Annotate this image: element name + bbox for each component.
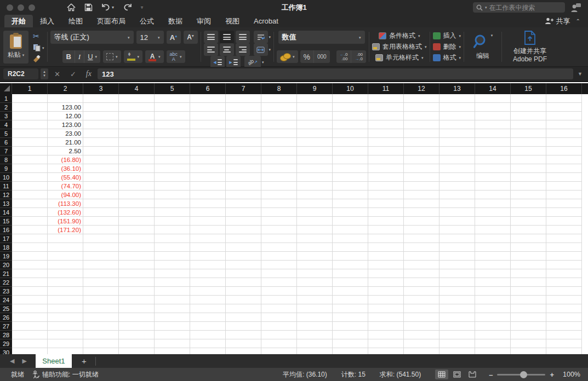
cell-R3C2[interactable]: 12.00 xyxy=(48,112,83,120)
cell-R14C12[interactable] xyxy=(404,208,439,217)
cell-R1C10[interactable] xyxy=(333,94,368,103)
cell-R21C4[interactable] xyxy=(119,269,155,278)
column-header-13[interactable]: 13 xyxy=(439,83,475,94)
cell-R29C16[interactable] xyxy=(546,339,582,348)
cell-R21C13[interactable] xyxy=(439,269,475,278)
cell-R17C7[interactable] xyxy=(226,234,261,243)
cell-R11C13[interactable] xyxy=(439,182,475,190)
paste-button[interactable]: 粘贴 ▾ xyxy=(3,31,28,64)
cell-R16C9[interactable] xyxy=(297,226,333,234)
cell-R30C16[interactable] xyxy=(546,348,582,354)
cell-R3C10[interactable] xyxy=(333,112,368,120)
cell-R17C10[interactable] xyxy=(333,234,368,243)
search-scope-caret[interactable]: ▾ xyxy=(485,5,487,10)
cell-R5C10[interactable] xyxy=(333,129,368,138)
cell-R20C1[interactable] xyxy=(12,261,48,269)
cell-R22C10[interactable] xyxy=(333,278,368,287)
cell-R29C1[interactable] xyxy=(12,339,48,348)
cell-R20C11[interactable] xyxy=(368,261,404,269)
cell-R15C16[interactable] xyxy=(546,217,582,226)
decrease-decimal-button[interactable]: .00→.0 xyxy=(351,50,366,63)
cell-R18C1[interactable] xyxy=(12,243,48,252)
cell-R25C5[interactable] xyxy=(155,304,190,313)
cell-R29C12[interactable] xyxy=(404,339,439,348)
cell-R7C6[interactable] xyxy=(190,147,226,155)
cell-R16C4[interactable] xyxy=(119,226,155,234)
text-orientation-caret[interactable]: ▾ xyxy=(262,60,264,64)
select-all-corner[interactable] xyxy=(0,83,12,94)
undo-icon[interactable]: ▾ xyxy=(101,3,114,11)
cell-R26C10[interactable] xyxy=(333,313,368,322)
cell-R12C14[interactable] xyxy=(475,190,511,199)
cell-R3C9[interactable] xyxy=(297,112,333,120)
cell-R20C10[interactable] xyxy=(333,261,368,269)
column-header-1[interactable]: 1 xyxy=(12,83,48,94)
align-right-button[interactable] xyxy=(236,43,250,56)
cell-R6C2[interactable]: 21.00 xyxy=(48,138,83,147)
cell-R24C9[interactable] xyxy=(297,296,333,304)
cell-R8C9[interactable] xyxy=(297,155,333,164)
cell-R22C15[interactable] xyxy=(511,278,546,287)
cell-R27C10[interactable] xyxy=(333,322,368,331)
row-header-5[interactable]: 5 xyxy=(0,129,12,138)
cell-R13C12[interactable] xyxy=(404,199,439,208)
cell-R11C2[interactable]: (74.70) xyxy=(48,182,83,190)
cell-R8C5[interactable] xyxy=(155,155,190,164)
account-avatar-icon[interactable] xyxy=(570,3,581,13)
cell-R20C16[interactable] xyxy=(546,261,582,269)
cell-R22C7[interactable] xyxy=(226,278,261,287)
cell-R9C8[interactable] xyxy=(261,164,297,173)
cell-R30C1[interactable] xyxy=(12,348,48,354)
cell-R19C9[interactable] xyxy=(297,252,333,261)
insert-cells-button[interactable]: 插入▾ xyxy=(433,31,461,41)
cell-R22C4[interactable] xyxy=(119,278,155,287)
cell-R9C15[interactable] xyxy=(511,164,546,173)
column-header-6[interactable]: 6 xyxy=(190,83,226,94)
cell-R26C7[interactable] xyxy=(226,313,261,322)
cell-R1C6[interactable] xyxy=(190,94,226,103)
row-header-25[interactable]: 25 xyxy=(0,304,12,313)
cell-R19C8[interactable] xyxy=(261,252,297,261)
cell-R2C3[interactable] xyxy=(83,103,119,112)
cell-R23C8[interactable] xyxy=(261,287,297,296)
cell-R14C3[interactable] xyxy=(83,208,119,217)
cell-R29C9[interactable] xyxy=(297,339,333,348)
cell-R3C5[interactable] xyxy=(155,112,190,120)
cell-R2C10[interactable] xyxy=(333,103,368,112)
format-cells-button[interactable]: 格式▾ xyxy=(433,53,461,62)
cell-R28C16[interactable] xyxy=(546,331,582,339)
cell-R21C14[interactable] xyxy=(475,269,511,278)
cell-R20C6[interactable] xyxy=(190,261,226,269)
cell-R13C9[interactable] xyxy=(297,199,333,208)
zoom-out-button[interactable]: – xyxy=(489,371,493,379)
cell-R6C12[interactable] xyxy=(404,138,439,147)
cell-R12C8[interactable] xyxy=(261,190,297,199)
cell-R1C13[interactable] xyxy=(439,94,475,103)
row-header-2[interactable]: 2 xyxy=(0,103,12,112)
cell-R12C15[interactable] xyxy=(511,190,546,199)
cell-R7C14[interactable] xyxy=(475,147,511,155)
cell-R24C11[interactable] xyxy=(368,296,404,304)
column-header-15[interactable]: 15 xyxy=(511,83,546,94)
cell-R28C2[interactable] xyxy=(48,331,83,339)
cell-R5C9[interactable] xyxy=(297,129,333,138)
cell-R1C2[interactable] xyxy=(48,94,83,103)
redo-icon[interactable] xyxy=(123,3,132,11)
cancel-entry-icon[interactable]: ✕ xyxy=(50,70,64,78)
cell-R4C4[interactable] xyxy=(119,120,155,129)
cell-R8C14[interactable] xyxy=(475,155,511,164)
cell-R30C3[interactable] xyxy=(83,348,119,354)
cell-R4C15[interactable] xyxy=(511,120,546,129)
cell-R12C10[interactable] xyxy=(333,190,368,199)
font-name-select[interactable]: 等线 (正文) ▾ xyxy=(50,31,134,44)
cell-R17C5[interactable] xyxy=(155,234,190,243)
cell-R21C3[interactable] xyxy=(83,269,119,278)
cell-R28C7[interactable] xyxy=(226,331,261,339)
cell-R21C10[interactable] xyxy=(333,269,368,278)
cell-R10C1[interactable] xyxy=(12,173,48,182)
cell-R23C3[interactable] xyxy=(83,287,119,296)
cell-R24C12[interactable] xyxy=(404,296,439,304)
cell-R21C7[interactable] xyxy=(226,269,261,278)
cell-R23C2[interactable] xyxy=(48,287,83,296)
cell-R28C15[interactable] xyxy=(511,331,546,339)
